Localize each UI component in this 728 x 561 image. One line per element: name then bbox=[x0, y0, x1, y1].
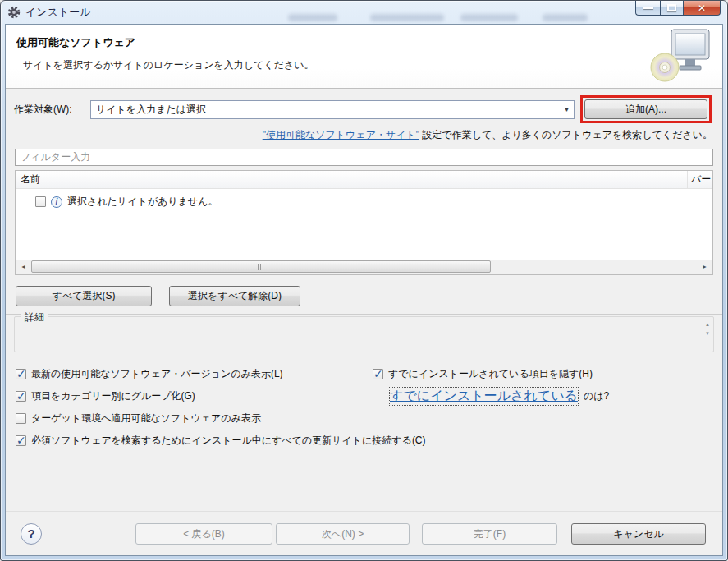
software-table: 名前 バージョン i 選択されたサイトがありません。 ◄ ► bbox=[15, 170, 713, 275]
maximize-button[interactable] bbox=[660, 0, 683, 16]
option-show-latest: 最新の使用可能なソフトウェア・バージョンのみ表示(L) bbox=[16, 363, 373, 385]
help-button[interactable]: ? bbox=[21, 523, 42, 545]
details-group: 詳細 ▲ ▼ bbox=[14, 316, 714, 352]
target-environment-label: ターゲット環境へ適用可能なソフトウェアのみ表示 bbox=[31, 412, 261, 425]
horizontal-scrollbar[interactable]: ◄ ► bbox=[16, 260, 712, 274]
column-header-name[interactable]: 名前 bbox=[16, 171, 687, 188]
dialog-body: 使用可能なソフトウェア サイトを選択するかサイトのロケーションを入力してください… bbox=[5, 24, 723, 556]
maximize-icon bbox=[667, 4, 676, 11]
table-row[interactable]: i 選択されたサイトがありません。 bbox=[16, 195, 712, 209]
details-label: 詳細 bbox=[21, 310, 48, 324]
software-sites-link[interactable]: "使用可能なソフトウェア・サイト" bbox=[263, 129, 419, 140]
back-button: < 戻る(B) bbox=[135, 523, 272, 545]
annotation-highlight: 追加(A)... bbox=[580, 95, 712, 123]
option-hide-installed: すでにインストールされている項目を隠す(H) bbox=[373, 363, 609, 385]
glass-smudge bbox=[288, 14, 337, 21]
cancel-button[interactable]: キャンセル bbox=[571, 523, 706, 545]
titlebar[interactable]: インストール ✕ bbox=[1, 1, 727, 24]
details-scrollbar: ▲ ▼ bbox=[705, 322, 710, 336]
finish-button: 完了(F) bbox=[422, 523, 557, 545]
group-by-category-label: 項目をカテゴリー別にグループ化(G) bbox=[31, 389, 195, 403]
selection-buttons: すべて選択(S) 選択をすべて解除(D) bbox=[16, 286, 722, 306]
site-combo-value: サイトを入力または選択 bbox=[91, 103, 560, 117]
install-dialog-window: インストール ✕ 使用可能なソフトウェア サイトを選択するかサイトのロケーション… bbox=[0, 0, 728, 561]
options-area: 最新の使用可能なソフトウェア・バージョンのみ表示(L) 項目をカテゴリー別にグル… bbox=[16, 363, 722, 452]
page-subtitle: サイトを選択するかサイトのロケーションを入力してください。 bbox=[6, 50, 722, 72]
scroll-up-icon[interactable]: ▲ bbox=[705, 322, 710, 327]
option-contact-update-sites: 必須ソフトウェアを検索するためにインストール中にすべての更新サイトに接続する(C… bbox=[16, 430, 373, 452]
row-checkbox[interactable] bbox=[35, 196, 46, 207]
contact-update-sites-label: 必須ソフトウェアを検索するためにインストール中にすべての更新サイトに接続する(C… bbox=[31, 434, 426, 448]
page-title: 使用可能なソフトウェア bbox=[6, 25, 722, 50]
scrollbar-track[interactable] bbox=[30, 260, 698, 274]
glass-smudge bbox=[370, 14, 444, 21]
target-environment-checkbox[interactable] bbox=[16, 413, 26, 424]
chevron-down-icon[interactable]: ▼ bbox=[560, 107, 574, 113]
work-with-label: 作業対象(W): bbox=[14, 103, 90, 117]
no-sites-message: 選択されたサイトがありません。 bbox=[67, 195, 217, 209]
deselect-all-button[interactable]: 選択をすべて解除(D) bbox=[169, 286, 300, 306]
separator bbox=[6, 314, 722, 315]
info-icon: i bbox=[51, 196, 62, 208]
select-all-button[interactable]: すべて選択(S) bbox=[16, 286, 152, 306]
install-software-icon bbox=[647, 28, 712, 85]
software-sites-hint-text: 設定で作業して、より多くのソフトウェアを検索してください。 bbox=[419, 129, 712, 140]
hide-installed-label: すでにインストールされている項目を隠す(H) bbox=[388, 367, 593, 381]
options-right-column: すでにインストールされている項目を隠す(H) すでにインストールされている のは… bbox=[373, 363, 609, 452]
scroll-left-icon[interactable]: ◄ bbox=[16, 260, 30, 274]
window-controls: ✕ bbox=[635, 0, 721, 16]
option-group-by-category: 項目をカテゴリー別にグループ化(G) bbox=[16, 385, 373, 407]
already-installed-link[interactable]: すでにインストールされている bbox=[389, 387, 579, 406]
column-header-version[interactable]: バージョン bbox=[687, 171, 712, 188]
glass-smudge bbox=[460, 14, 518, 21]
next-button: 次へ(N) > bbox=[276, 523, 410, 545]
gear-install-icon bbox=[7, 6, 21, 19]
options-left-column: 最新の使用可能なソフトウェア・バージョンのみ表示(L) 項目をカテゴリー別にグル… bbox=[16, 363, 373, 452]
wizard-banner: 使用可能なソフトウェア サイトを選択するかサイトのロケーションを入力してください… bbox=[6, 25, 722, 89]
scrollbar-thumb[interactable] bbox=[31, 260, 491, 273]
show-latest-label: 最新の使用可能なソフトウェア・バージョンのみ表示(L) bbox=[31, 367, 283, 381]
close-icon: ✕ bbox=[698, 2, 706, 14]
work-with-row: 作業対象(W): サイトを入力または選択 ▼ 追加(A)... bbox=[14, 95, 714, 123]
installed-question-row: すでにインストールされている のは? bbox=[373, 385, 609, 407]
contact-update-sites-checkbox[interactable] bbox=[16, 435, 26, 446]
footer-bar: ? < 戻る(B) 次へ(N) > 完了(F) キャンセル bbox=[6, 511, 722, 555]
minimize-icon bbox=[643, 7, 653, 9]
option-target-environment: ターゲット環境へ適用可能なソフトウェアのみ表示 bbox=[16, 407, 373, 430]
minimize-button[interactable] bbox=[635, 0, 660, 16]
site-combo[interactable]: サイトを入力または選択 ▼ bbox=[90, 100, 575, 119]
hide-installed-checkbox[interactable] bbox=[373, 369, 383, 379]
filter-input[interactable]: フィルター入力 bbox=[15, 149, 713, 166]
software-sites-hint: "使用可能なソフトウェア・サイト" 設定で作業して、より多くのソフトウェアを検索… bbox=[6, 128, 712, 142]
scroll-down-icon[interactable]: ▼ bbox=[705, 331, 710, 336]
window-title: インストール bbox=[25, 5, 91, 20]
close-button[interactable]: ✕ bbox=[683, 0, 721, 16]
scroll-right-icon[interactable]: ► bbox=[698, 260, 712, 274]
show-latest-checkbox[interactable] bbox=[16, 369, 26, 379]
table-header: 名前 バージョン bbox=[16, 171, 712, 189]
add-button[interactable]: 追加(A)... bbox=[584, 99, 707, 119]
group-by-category-checkbox[interactable] bbox=[16, 391, 26, 402]
already-installed-suffix: のは? bbox=[584, 389, 609, 403]
glass-smudge bbox=[543, 14, 588, 21]
